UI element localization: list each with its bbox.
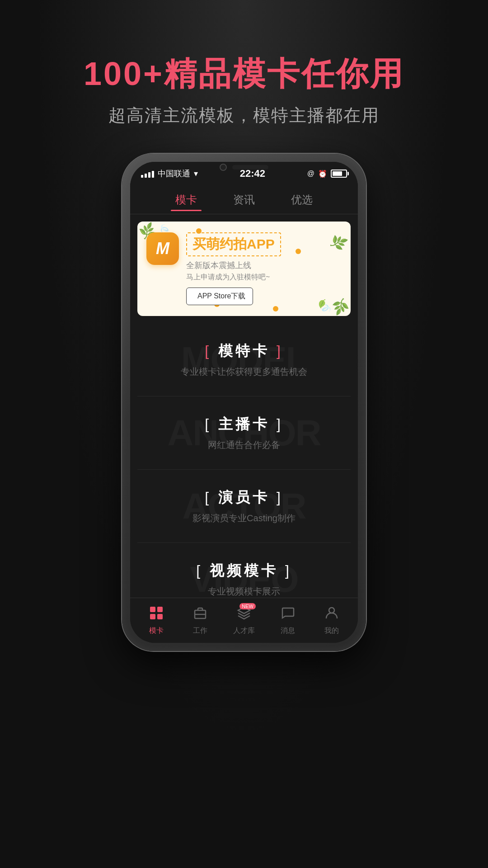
actor-card-section[interactable]: ACTOR [ 演员卡 ] 影视演员专业Casting制作 — [137, 470, 351, 543]
actor-card-title: [ 演员卡 ] — [137, 488, 351, 508]
wifi-icon: ▾ — [194, 169, 198, 179]
bracket-left-anchor: [ — [205, 416, 218, 432]
anchor-card-title: [ 主播卡 ] — [137, 415, 351, 434]
bracket-left-actor: [ — [205, 489, 218, 505]
signal-bar-2 — [145, 174, 147, 178]
bracket-left-model: [ — [205, 343, 218, 359]
phone-camera — [220, 164, 227, 171]
video-card-title: [ 视频模卡 ] — [137, 561, 351, 581]
dot-4 — [273, 306, 278, 311]
video-card-subtitle: 专业视频模卡展示 — [137, 585, 351, 598]
model-card-title: [ 模特卡 ] — [137, 341, 351, 361]
bottom-nav-moka-label: 模卡 — [149, 626, 164, 636]
signal-bar-4 — [152, 171, 154, 178]
app-icon: M — [146, 232, 179, 265]
bottom-nav-talent-label: 人才库 — [233, 626, 255, 636]
phone-screen: 中国联通 ▾ 22:42 @ ⏰ 模卡 资讯 — [130, 162, 358, 643]
signal-bar-1 — [141, 175, 143, 178]
bottom-nav-moka[interactable]: 模卡 — [135, 606, 178, 636]
download-button[interactable]: APP Store下载 — [186, 288, 253, 305]
status-left: 中国联通 ▾ — [141, 168, 198, 179]
bottom-nav-work[interactable]: 工作 — [178, 606, 222, 636]
cards-container: MODEL [ 模特卡 ] 专业模卡让你获得更多通告机会 ANCHOR [ — [130, 323, 358, 616]
actor-card-subtitle: 影视演员专业Casting制作 — [137, 512, 351, 524]
banner-text: 买萌约拍APP 全新版本震撼上线 马上申请成为入驻模特吧~ APP Store下… — [186, 232, 342, 305]
model-card-section[interactable]: MODEL [ 模特卡 ] 专业模卡让你获得更多通告机会 — [137, 323, 351, 396]
nav-tabs: 模卡 资讯 优选 — [130, 185, 358, 214]
tab-moka[interactable]: 模卡 — [171, 189, 202, 211]
alarm-icon: ⏰ — [318, 170, 327, 178]
model-card-subtitle: 专业模卡让你获得更多通告机会 — [137, 366, 351, 378]
svg-rect-1 — [157, 607, 163, 612]
phone-speaker — [232, 165, 268, 170]
talent-icon-wrapper: NEW — [237, 606, 251, 623]
battery-icon — [331, 170, 347, 178]
bottom-nav-mine[interactable]: 我的 — [310, 606, 353, 636]
banner-content: M 买萌约拍APP 全新版本震撼上线 马上申请成为入驻模特吧~ APP Stor… — [146, 232, 342, 305]
anchor-card-subtitle: 网红通告合作必备 — [137, 439, 351, 451]
grid-icon — [149, 606, 164, 623]
anchor-card-section[interactable]: ANCHOR [ 主播卡 ] 网红通告合作必备 — [137, 396, 351, 470]
signal-bars — [141, 170, 154, 178]
bottom-nav-work-label: 工作 — [193, 626, 207, 636]
bottom-nav-message[interactable]: 消息 — [266, 606, 310, 636]
svg-rect-3 — [157, 614, 163, 619]
tab-news[interactable]: 资讯 — [229, 189, 259, 211]
carrier-name: 中国联通 — [158, 168, 190, 179]
new-badge: NEW — [239, 603, 256, 609]
main-title: 100+精品模卡任你用 — [0, 54, 488, 93]
banner-title: 买萌约拍APP — [186, 232, 281, 256]
sub-title: 超高清主流模板，模特主播都在用 — [0, 104, 488, 127]
bottom-nav-message-label: 消息 — [281, 626, 295, 636]
phone-mockup: 中国联通 ▾ 22:42 @ ⏰ 模卡 资讯 — [122, 154, 366, 651]
download-label: APP Store下载 — [197, 292, 245, 301]
svg-point-7 — [329, 608, 334, 613]
svg-rect-2 — [150, 614, 155, 619]
bottom-nav-mine-label: 我的 — [324, 626, 339, 636]
banner[interactable]: 🌿 🍃 🌿 🍃 🌿 M — [137, 222, 351, 316]
bottom-nav-talent[interactable]: NEW 人才库 — [222, 606, 266, 636]
bracket-right-model: ] — [277, 343, 283, 359]
svg-rect-0 — [150, 607, 155, 612]
lock-icon: @ — [307, 170, 314, 178]
bottom-nav: 模卡 工作 — [130, 598, 358, 643]
tab-best[interactable]: 优选 — [286, 189, 317, 211]
bracket-right-actor: ] — [277, 489, 283, 505]
briefcase-icon — [193, 606, 207, 623]
screen-scroll: 🌿 🍃 🌿 🍃 🌿 M — [130, 214, 358, 643]
battery-fill — [333, 171, 342, 176]
bracket-left-video: [ — [196, 562, 210, 579]
bracket-right-video: ] — [285, 562, 292, 579]
person-icon — [324, 606, 339, 623]
phone-outer: 中国联通 ▾ 22:42 @ ⏰ 模卡 资讯 — [122, 154, 366, 651]
phone-top-bar — [220, 164, 268, 171]
banner-sub1: 全新版本震撼上线 — [186, 260, 342, 271]
signal-bar-3 — [148, 172, 150, 178]
bracket-right-anchor: ] — [277, 416, 283, 432]
chat-icon — [281, 606, 295, 623]
banner-sub2: 马上申请成为入驻模特吧~ — [186, 273, 342, 282]
top-section: 100+精品模卡任你用 超高清主流模板，模特主播都在用 — [0, 0, 488, 127]
status-right: @ ⏰ — [307, 170, 347, 178]
